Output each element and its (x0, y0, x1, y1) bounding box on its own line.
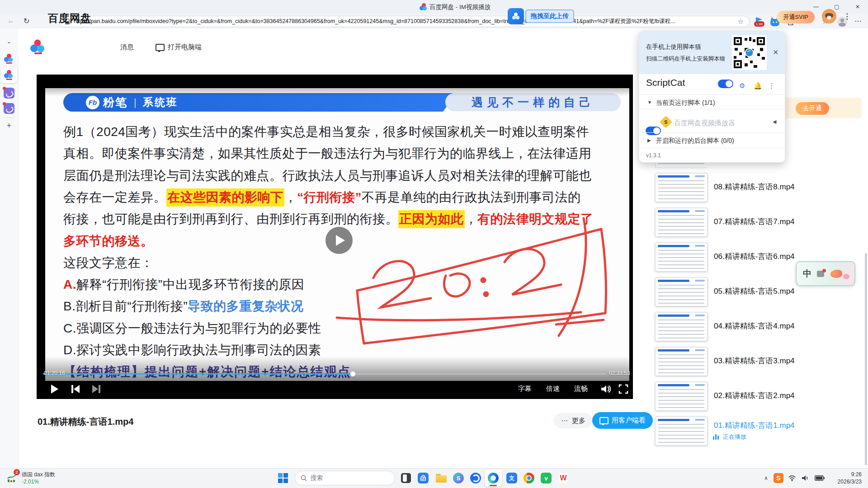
qr-close-icon[interactable]: ✕ (773, 48, 778, 56)
taskbar-clock[interactable]: 9:26 2026/3/23 (838, 471, 862, 485)
screen: 百度网盘 - IM视频播放 — ▢ ✕ ← ↻ https://pan.baid… (0, 0, 868, 488)
playlist-thumbnail[interactable] (655, 243, 708, 272)
slide-line: 衔接，也可能是由行到刑再到行、由刑到行再到刑的衔接。正因为如此，有的法律明文规定… (63, 208, 594, 230)
url-text[interactable]: https://pan.baidu.com/pfile/mboxvideo?ty… (74, 18, 734, 25)
drag-upload-label: 拖拽至此上传 (525, 9, 574, 23)
header-menu-icon[interactable]: ⋮ (843, 12, 851, 21)
background-scripts-section[interactable]: 开启和运行的后台脚本 (0/0) (656, 137, 734, 145)
playlist-item[interactable]: 03.精讲精练-言语3.mp4 (655, 347, 863, 376)
script-enable-toggle[interactable] (646, 127, 661, 135)
playlist-thumbnail[interactable] (655, 208, 708, 237)
baidu-netdisk-logo[interactable] (30, 39, 46, 55)
start-button[interactable] (277, 472, 289, 484)
video-player[interactable]: Fb 粉笔 | 系统班 遇见不一样的自己 例1（2024国考）现实生活中的案件事… (37, 75, 633, 399)
playlist-item-title[interactable]: 02.精讲精练-言语2.mp4 (714, 390, 795, 411)
script-name[interactable]: 百度网盘视频播放器 (674, 119, 735, 127)
volume-tray-icon[interactable] (802, 475, 809, 481)
ime-hand-icon[interactable] (817, 271, 824, 277)
playlist-thumbnail[interactable] (655, 417, 708, 446)
refresh-icon[interactable]: ↻ (24, 17, 29, 25)
scriptcat-menu-icon[interactable]: ⋮ (768, 82, 775, 90)
ime-mode-label[interactable]: 中 (803, 268, 811, 280)
playlist-thumbnail[interactable] (655, 277, 708, 306)
sidebar-item-baidu-netdisk-active[interactable] (1, 67, 17, 83)
progress-handle[interactable] (350, 371, 355, 376)
playlist-thumbnail[interactable] (655, 382, 708, 411)
subtitles-button[interactable]: 字幕 (518, 385, 532, 393)
playlist-item[interactable]: 01.精讲精练-言语1.mp4正在播放 (655, 417, 863, 446)
previous-icon[interactable] (71, 385, 80, 394)
extension-flag-badge-icon[interactable]: 1.00 (753, 16, 765, 27)
playlist-thumbnail[interactable] (655, 312, 708, 341)
playlist-item-title[interactable]: 08.精讲精练-言语8.mp4 (714, 182, 795, 202)
sidebar-item-baidu-netdisk-icon[interactable] (0, 53, 18, 64)
browser-menu-icon[interactable]: ⋯ (854, 17, 862, 25)
taskbar-search[interactable]: 搜索 (295, 471, 395, 485)
scriptcat-enable-toggle[interactable] (718, 80, 733, 88)
slide-line: 真相。即使案件事实清楚，如果其性质处于一般违法行为与犯罪行为的临界线上，在法律适… (63, 143, 592, 164)
playlist-item[interactable]: 07.精讲精练-言语7.mp4 (655, 208, 863, 237)
taskbar-translate-icon[interactable]: 文 (505, 472, 518, 484)
taskbar-edge-active-icon[interactable] (485, 469, 502, 487)
equalizer-icon (713, 434, 720, 440)
playlist-item-title[interactable]: 05.精讲精练-言语5.mp4 (714, 286, 795, 306)
taskbar-app-blue-icon[interactable] (469, 472, 482, 484)
wifi-icon[interactable] (788, 475, 796, 481)
open-in-client-button[interactable]: 用客户端看 (592, 412, 653, 429)
svip-button[interactable]: 开通SVIP (777, 11, 815, 23)
playlist-item[interactable]: 04.精讲精练-言语4.mp4 (655, 312, 863, 341)
tray-expand-icon[interactable]: ∧ (764, 475, 768, 481)
playlist-item-title[interactable]: 06.精讲精练-言语6.mp4 (714, 251, 795, 272)
playlist-item[interactable]: 02.精讲精练-言语2.mp4 (655, 382, 863, 411)
playlist-item[interactable]: 08.精讲精练-言语8.mp4 (655, 173, 863, 202)
sidebar-collapse-icon[interactable]: ⌄ (0, 38, 18, 45)
script-expand-icon[interactable]: ◀ (773, 119, 776, 125)
fullscreen-icon[interactable] (618, 384, 628, 394)
sidebar-add-icon[interactable]: + (0, 121, 18, 131)
playlist-item-title[interactable]: 03.精讲精练-言语3.mp4 (714, 356, 795, 376)
user-avatar[interactable] (822, 9, 836, 23)
nav-open-desktop[interactable]: 打开电脑端 (156, 43, 202, 52)
bookmark-star-icon[interactable]: ☆ (738, 18, 744, 26)
volume-icon[interactable] (600, 384, 611, 394)
tab-title[interactable]: 百度网盘 - IM视频播放 (429, 3, 491, 11)
next-icon[interactable] (92, 385, 101, 394)
sogou-ime-icon[interactable]: S (774, 473, 783, 483)
playlist-item-title[interactable]: 04.精讲精练-言语4.mp4 (714, 321, 795, 341)
speed-button[interactable]: 倍速 (546, 385, 560, 393)
battery-icon[interactable] (815, 475, 825, 481)
center-play-button[interactable] (326, 227, 353, 254)
ime-toolbar[interactable]: 中 (796, 261, 855, 286)
progress-bar[interactable]: 01:20:16 02:33:53 (43, 370, 626, 377)
play-icon[interactable] (50, 384, 59, 394)
notifications-bell-icon[interactable]: 🔔 (754, 82, 762, 90)
taskbar-notes-icon[interactable]: v (540, 472, 552, 484)
section-collapse-icon[interactable]: ▼ (647, 100, 652, 105)
taskbar-store-icon[interactable] (417, 472, 429, 484)
playlist-item-title[interactable]: 07.精讲精练-言语7.mp4 (714, 216, 795, 237)
nav-messages[interactable]: 消息 (120, 43, 134, 52)
taskbar-chrome-icon[interactable] (523, 472, 535, 484)
open-in-client-label: 用客户端看 (612, 416, 646, 425)
baidu-netdisk-upload-icon (508, 8, 524, 24)
taskbar-wps-icon[interactable]: W (557, 472, 570, 484)
taskbar-ai-browser-icon[interactable]: S (452, 472, 465, 484)
settings-gear-icon[interactable]: ⚙ (739, 82, 745, 90)
playlist-thumbnail[interactable] (655, 347, 708, 376)
quality-button[interactable]: 流畅 (574, 385, 588, 393)
scrollbar-thumb[interactable] (865, 253, 867, 465)
section-expand-icon[interactable]: ▶ (647, 138, 651, 143)
activate-svip-button[interactable]: 去开通 (796, 102, 829, 115)
playlist-thumbnail[interactable] (655, 173, 708, 202)
site-brand[interactable]: 百度网盘 (48, 11, 91, 25)
taskbar-explorer-icon[interactable] (435, 472, 448, 484)
more-button[interactable]: ⋯ 更多 (554, 413, 593, 428)
taskbar-device-icon[interactable] (400, 472, 412, 484)
address-bar[interactable]: https://pan.baidu.com/pfile/mboxvideo?ty… (59, 16, 750, 27)
current-scripts-section[interactable]: 当前页运行脚本 (1/1) (656, 99, 715, 107)
back-icon[interactable]: ← (7, 17, 14, 25)
sidebar-item-app2-icon[interactable] (0, 103, 18, 114)
sidebar-item-app-icon[interactable] (0, 88, 18, 99)
taskbar-weather-widget[interactable]: 2 德国 dax 指数 -2.01% (6, 471, 55, 485)
slide-line: A.解释“行刑衔接”中出现多环节衔接的原因 (63, 274, 304, 296)
